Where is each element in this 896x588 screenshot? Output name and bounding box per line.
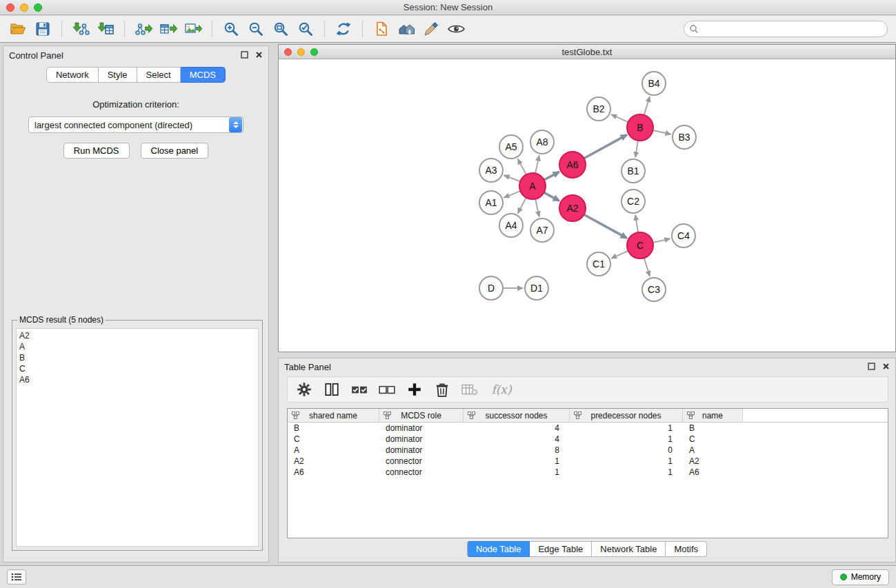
show-columns-button[interactable] bbox=[321, 379, 343, 400]
tab-node-table[interactable]: Node Table bbox=[467, 541, 530, 557]
float-panel-icon[interactable] bbox=[241, 50, 248, 61]
table-row[interactable]: A6connector11A6 bbox=[288, 467, 888, 478]
table-row[interactable]: Adominator80A bbox=[288, 445, 888, 456]
zoom-out-button[interactable] bbox=[243, 19, 268, 39]
tab-mcds[interactable]: MCDS bbox=[181, 67, 226, 83]
delete-column-button[interactable] bbox=[431, 379, 453, 400]
zoom-window-button[interactable] bbox=[34, 3, 42, 12]
graph-node-A6[interactable]: A6 bbox=[559, 152, 586, 178]
import-network-button[interactable] bbox=[68, 19, 93, 39]
tab-network-table[interactable]: Network Table bbox=[592, 541, 666, 557]
save-session-button[interactable] bbox=[30, 19, 55, 39]
tab-network[interactable]: Network bbox=[46, 67, 99, 83]
tab-edge-table[interactable]: Edge Table bbox=[530, 541, 592, 557]
import-table-button[interactable] bbox=[93, 19, 118, 39]
graph-edge-B-B2[interactable] bbox=[611, 114, 628, 122]
delete-table-button[interactable] bbox=[459, 379, 481, 400]
column-header-successor-nodes[interactable]: successor nodes bbox=[464, 409, 570, 422]
mcds-result-item[interactable]: A2 bbox=[19, 330, 255, 341]
graph-edge-A2-C[interactable] bbox=[584, 214, 627, 238]
graph-node-B4[interactable]: B4 bbox=[642, 72, 666, 95]
graph-node-D1[interactable]: D1 bbox=[525, 276, 548, 300]
table-settings-button[interactable] bbox=[293, 379, 315, 400]
graph-edge-C-C4[interactable] bbox=[653, 239, 670, 243]
graph-node-A2[interactable]: A2 bbox=[559, 195, 586, 221]
graph-node-A[interactable]: A bbox=[519, 173, 546, 199]
graph-node-C[interactable]: C bbox=[627, 232, 653, 258]
graph-edge-B-B1[interactable] bbox=[635, 141, 638, 157]
graph-edge-A-A6[interactable] bbox=[544, 172, 559, 180]
graph-node-A3[interactable]: A3 bbox=[479, 159, 503, 182]
graph-node-B3[interactable]: B3 bbox=[673, 125, 696, 149]
graph-node-B2[interactable]: B2 bbox=[587, 97, 610, 121]
close-table-panel-icon[interactable] bbox=[882, 362, 890, 372]
graph-node-C4[interactable]: C4 bbox=[672, 224, 695, 247]
task-history-button[interactable] bbox=[7, 569, 26, 585]
mcds-result-list[interactable]: A2ABCA6 bbox=[16, 328, 259, 547]
graph-edge-A6-B[interactable] bbox=[584, 135, 627, 159]
deselect-all-columns-button[interactable] bbox=[376, 379, 398, 400]
table-row[interactable]: A2connector11A2 bbox=[288, 456, 888, 467]
graph-edge-C-C2[interactable] bbox=[635, 215, 638, 232]
graph-edge-A-A5[interactable] bbox=[518, 159, 526, 175]
graph-edge-B-B3[interactable] bbox=[653, 130, 671, 134]
close-window-button[interactable] bbox=[6, 3, 14, 12]
graph-node-B1[interactable]: B1 bbox=[621, 159, 645, 183]
open-file-button[interactable] bbox=[6, 19, 30, 39]
mcds-result-item[interactable]: C bbox=[19, 363, 255, 374]
zoom-in-button[interactable] bbox=[219, 19, 243, 39]
first-neighbors-button[interactable] bbox=[394, 19, 419, 39]
tab-select[interactable]: Select bbox=[137, 67, 181, 83]
criterion-dropdown[interactable]: largest connected component (directed) bbox=[28, 116, 243, 133]
graph-node-C3[interactable]: C3 bbox=[642, 278, 666, 301]
graph-node-A7[interactable]: A7 bbox=[530, 219, 554, 242]
apply-style-button[interactable] bbox=[419, 19, 444, 39]
export-image-button[interactable] bbox=[181, 19, 206, 39]
graph-node-A5[interactable]: A5 bbox=[499, 135, 523, 159]
graph-node-A4[interactable]: A4 bbox=[499, 214, 523, 237]
mcds-result-item[interactable]: B bbox=[19, 352, 255, 363]
column-header-name[interactable]: name bbox=[683, 409, 743, 422]
tab-style[interactable]: Style bbox=[99, 67, 137, 83]
table-row[interactable]: Cdominator41C bbox=[288, 434, 888, 445]
graph-edge-C-C1[interactable] bbox=[611, 251, 628, 258]
graph-edge-A-A1[interactable] bbox=[504, 191, 521, 198]
graph-node-C2[interactable]: C2 bbox=[621, 190, 645, 213]
memory-button[interactable]: Memory bbox=[832, 569, 889, 585]
graph-node-C1[interactable]: C1 bbox=[587, 252, 610, 276]
zoom-fit-button[interactable] bbox=[268, 19, 293, 39]
function-builder-button[interactable]: f(x) bbox=[486, 379, 517, 400]
graph-node-B[interactable]: B bbox=[627, 114, 653, 141]
zoom-selected-button[interactable] bbox=[293, 19, 318, 39]
graph-edge-A-A4[interactable] bbox=[518, 198, 526, 214]
minimize-network-window-button[interactable] bbox=[297, 48, 305, 56]
close-panel-button[interactable]: Close panel bbox=[141, 143, 209, 159]
table-row[interactable]: Bdominator41B bbox=[288, 423, 888, 434]
mcds-result-item[interactable]: A6 bbox=[19, 374, 255, 385]
show-hide-details-button[interactable] bbox=[444, 19, 468, 39]
new-network-from-selection-button[interactable] bbox=[369, 19, 394, 39]
tab-motifs[interactable]: Motifs bbox=[666, 541, 707, 557]
select-all-columns-button[interactable] bbox=[348, 379, 370, 400]
graph-edge-A-A3[interactable] bbox=[504, 175, 521, 181]
column-header-shared-name[interactable]: shared name bbox=[288, 409, 379, 422]
graph-edge-A-A2[interactable] bbox=[544, 192, 559, 201]
apply-layout-button[interactable] bbox=[331, 19, 356, 39]
close-panel-icon[interactable] bbox=[255, 50, 263, 61]
column-header-MCDS-role[interactable]: MCDS role bbox=[379, 409, 464, 422]
float-table-panel-icon[interactable] bbox=[868, 362, 875, 372]
graph-edge-A-A8[interactable] bbox=[535, 156, 539, 174]
graph-node-A1[interactable]: A1 bbox=[479, 191, 503, 214]
network-canvas[interactable]: B4B2BB3A8A5A6A3B1AC2A1A2A4A7C4CC1C3DD1 bbox=[279, 60, 895, 352]
graph-node-A8[interactable]: A8 bbox=[530, 130, 554, 154]
close-network-window-button[interactable] bbox=[284, 48, 292, 56]
export-table-button[interactable] bbox=[156, 19, 181, 39]
search-input[interactable] bbox=[684, 21, 888, 37]
graph-edge-C-C3[interactable] bbox=[644, 258, 650, 276]
export-network-button[interactable] bbox=[131, 19, 156, 39]
create-column-button[interactable] bbox=[404, 379, 426, 400]
graph-edge-A-A7[interactable] bbox=[535, 199, 539, 217]
graph-edge-B-B4[interactable] bbox=[644, 97, 650, 115]
graph-node-D[interactable]: D bbox=[479, 276, 503, 300]
column-header-predecessor-nodes[interactable]: predecessor nodes bbox=[570, 409, 683, 422]
